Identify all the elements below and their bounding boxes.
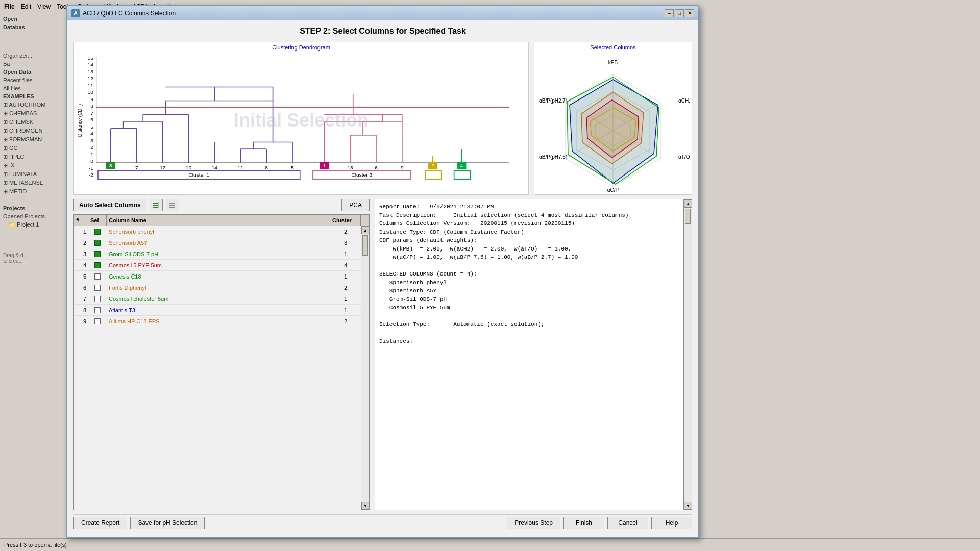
scroll-down[interactable]: ▼	[361, 502, 369, 510]
cell-cluster: 2	[330, 318, 361, 325]
sidebar-ba[interactable]: Ba	[0, 60, 66, 68]
table-row[interactable]: 2 Spherisorb A5Y 3	[74, 237, 361, 248]
menu-edit[interactable]: Edit	[21, 3, 32, 10]
svg-text:11: 11	[88, 83, 93, 88]
table-row[interactable]: 1 Spherisorb phenyl 2	[74, 226, 361, 237]
auto-select-button[interactable]: Auto Select Columns	[74, 199, 146, 211]
checkbox[interactable]	[94, 273, 101, 280]
checkbox[interactable]	[94, 240, 101, 246]
table-row[interactable]: 8 Atlantis T3 1	[74, 305, 361, 316]
pca-button[interactable]: PCA	[341, 199, 370, 211]
svg-text:10: 10	[88, 89, 94, 95]
checkbox[interactable]	[94, 262, 101, 268]
sidebar-hplc[interactable]: ⊞ HPLC	[0, 153, 66, 161]
svg-text:13: 13	[347, 165, 353, 170]
dendrogram-panel: Clustering Dendrogram Initial Selection …	[74, 42, 529, 195]
sidebar-formsman[interactable]: ⊞ FORMSMAN	[0, 135, 66, 144]
sidebar-autochrom[interactable]: ⊞ AUTOCHROM	[0, 101, 66, 109]
finish-button[interactable]: Finish	[564, 517, 604, 529]
checkbox[interactable]	[94, 229, 101, 235]
sidebar-gc[interactable]: ⊞ GC	[0, 144, 66, 153]
dendrogram-title: Clustering Dendrogram	[76, 44, 526, 51]
cell-sel[interactable]	[88, 273, 107, 280]
sidebar-examples: EXAMPLES	[0, 92, 66, 101]
sidebar-open-data[interactable]: Open Data	[0, 68, 66, 76]
report-scroll-track[interactable]	[684, 208, 692, 502]
help-button[interactable]: Help	[651, 517, 692, 529]
checkbox[interactable]	[94, 296, 101, 302]
svg-text:8: 8	[265, 165, 268, 170]
scroll-up[interactable]: ▲	[361, 226, 369, 234]
table-row[interactable]: 4 Cosmosil 5 PYE 5um 4	[74, 260, 361, 271]
cell-cluster: 1	[330, 295, 361, 303]
toolbar-icon-2[interactable]	[166, 199, 179, 211]
svg-text:5: 5	[90, 124, 93, 130]
cell-sel[interactable]	[88, 318, 107, 325]
create-report-button[interactable]: Create Report	[74, 517, 127, 529]
svg-text:7: 7	[135, 165, 138, 170]
table-row[interactable]: 7 Cosmosil cholester 5um 1	[74, 293, 361, 305]
svg-text:Distance (CDF): Distance (CDF)	[77, 104, 83, 137]
scroll-thumb[interactable]	[362, 235, 368, 256]
footer-bar: Create Report Save for pH Selection Prev…	[74, 514, 692, 531]
sidebar-recent[interactable]: Recent files	[0, 76, 66, 84]
table-row[interactable]: 5 Genesis C18 1	[74, 271, 361, 282]
sidebar-chromgen[interactable]: ⊞ CHROMGEN	[0, 127, 66, 135]
sidebar-database[interactable]: Databas	[0, 23, 66, 31]
table-row[interactable]: 3 Grom-Sil ODS-7 pH 1	[74, 248, 361, 260]
report-scrollbar[interactable]: ▲ ▼	[683, 199, 692, 510]
sidebar-chembas[interactable]: ⊞ CHEMBAS	[0, 109, 66, 118]
sidebar-organizer[interactable]: Organizer...	[0, 52, 66, 60]
sidebar-ix[interactable]: ⊞ IX	[0, 161, 66, 170]
save-ph-button[interactable]: Save for pH Selection	[130, 517, 205, 529]
svg-rect-104	[153, 205, 158, 206]
menu-file[interactable]: File	[4, 3, 15, 10]
cell-sel[interactable]	[88, 228, 107, 235]
svg-text:3: 3	[90, 138, 93, 143]
report-scroll-up[interactable]: ▲	[684, 199, 692, 208]
cell-colname: Atlantis T3	[107, 307, 330, 314]
sidebar-open[interactable]: Open	[0, 15, 66, 23]
cell-sel[interactable]	[88, 262, 107, 269]
checkbox[interactable]	[94, 285, 101, 291]
report-scroll-thumb[interactable]	[685, 209, 691, 224]
sidebar-projects: Projects	[0, 204, 66, 212]
table-scrollbar-header	[361, 215, 369, 226]
svg-text:αB/P(pH7.6): αB/P(pH7.6)	[539, 154, 567, 160]
cancel-button[interactable]: Cancel	[607, 517, 648, 529]
checkbox[interactable]	[94, 251, 101, 257]
cell-sel[interactable]	[88, 295, 107, 303]
columns-table: # Sel Column Name Cluster 1 Spherisor	[74, 214, 370, 510]
sidebar-metid[interactable]: ⊞ METID	[0, 187, 66, 196]
svg-rect-105	[153, 207, 158, 208]
report-scroll-down[interactable]: ▼	[684, 502, 692, 510]
cell-sel[interactable]	[88, 251, 107, 258]
sidebar-drag-hint: Drag & d...to crea...	[0, 249, 66, 267]
table-row[interactable]: 6 Fortis Diphenyl 2	[74, 282, 361, 293]
dialog-content: STEP 2: Select Columns for Specified Tas…	[67, 20, 698, 537]
cell-sel[interactable]	[88, 284, 107, 291]
cell-sel[interactable]	[88, 307, 107, 314]
sidebar-luminata[interactable]: ⊞ LUMINATA	[0, 170, 66, 179]
sidebar-project1[interactable]: 📁 Project 1	[0, 220, 66, 229]
cell-sel[interactable]	[88, 239, 107, 246]
close-button[interactable]: ✕	[685, 9, 694, 17]
scroll-track[interactable]	[361, 234, 369, 502]
checkbox[interactable]	[94, 307, 101, 313]
restore-button[interactable]: □	[675, 9, 684, 17]
cell-num: 3	[74, 251, 88, 258]
menu-view[interactable]: View	[37, 3, 51, 10]
sidebar-metasense[interactable]: ⊞ METASENSE	[0, 179, 66, 187]
checkbox[interactable]	[94, 318, 101, 324]
table-scrollbar[interactable]: ▲ ▼	[361, 226, 369, 510]
minimize-button[interactable]: –	[665, 9, 674, 17]
svg-text:3: 3	[109, 163, 112, 169]
sidebar-chemsk[interactable]: ⊞ CHEMSK	[0, 118, 66, 127]
svg-rect-103	[153, 203, 158, 204]
footer-left: Create Report Save for pH Selection	[74, 517, 205, 529]
table-row[interactable]: 9 Alltima HP C18 EPS 2	[74, 316, 361, 327]
svg-text:13: 13	[88, 69, 93, 74]
sidebar-all-files[interactable]: All files	[0, 84, 66, 92]
toolbar-icon-1[interactable]	[150, 199, 163, 211]
previous-step-button[interactable]: Previous Step	[507, 517, 560, 529]
